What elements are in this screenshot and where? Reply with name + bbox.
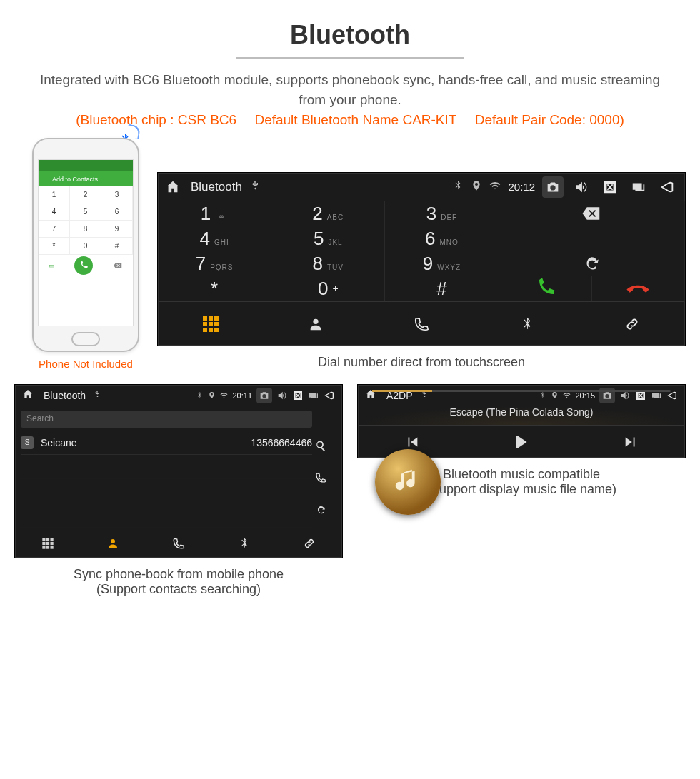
key-hash[interactable]: # xyxy=(385,276,499,301)
phone-note: Phone Not Included xyxy=(14,358,157,370)
key-2[interactable]: 2ABC xyxy=(271,201,385,226)
gps-icon xyxy=(208,391,216,399)
key-8[interactable]: 8TUV xyxy=(271,251,385,276)
placeholder xyxy=(499,226,685,251)
spec-name: Default Bluetooth Name CAR-KIT xyxy=(254,112,456,127)
key-1[interactable]: 1 xyxy=(158,201,271,226)
spec-line: (Bluetooth chip : CSR BC6 Default Blueto… xyxy=(0,112,700,128)
recent-apps-button[interactable] xyxy=(308,390,319,401)
intro-text: Integrated with BC6 Bluetooth module, su… xyxy=(0,70,700,109)
wifi-icon xyxy=(563,391,571,399)
contact-name: Seicane xyxy=(41,437,244,448)
tab-bluetooth[interactable] xyxy=(211,528,277,558)
app-title: Bluetooth xyxy=(44,390,86,401)
contact-badge: S xyxy=(21,436,34,449)
key-star[interactable]: * xyxy=(158,276,271,301)
clock: 20:12 xyxy=(508,181,535,193)
spec-chip: (Bluetooth chip : CSR BC6 xyxy=(76,112,236,127)
back-button[interactable] xyxy=(656,176,678,198)
app-title: Bluetooth xyxy=(191,180,242,194)
redial-button[interactable] xyxy=(499,251,685,276)
sync-icon[interactable] xyxy=(315,504,338,518)
bt-status-icon xyxy=(196,391,204,399)
album-art xyxy=(375,449,441,515)
contact-row-empty xyxy=(21,503,312,528)
gps-icon xyxy=(471,180,482,194)
key-7[interactable]: 7PQRS xyxy=(158,251,271,276)
divider xyxy=(236,57,464,59)
call-icon[interactable] xyxy=(315,472,338,486)
tab-keypad[interactable] xyxy=(15,528,81,558)
phone-mock: ＋Add to Contacts 1 2 3 4 5 6 7 8 9 * 0 # xyxy=(14,138,157,370)
tab-keypad[interactable] xyxy=(158,302,264,346)
usb-icon xyxy=(249,180,261,194)
search-input[interactable]: Search xyxy=(21,411,312,428)
key-9[interactable]: 9WXYZ xyxy=(385,251,499,276)
key-6[interactable]: 6MNO xyxy=(385,226,499,251)
keypad-icon xyxy=(42,538,53,548)
play-pause-button[interactable] xyxy=(467,426,576,458)
bt-status-icon xyxy=(539,391,546,399)
gps-icon xyxy=(551,391,559,399)
key-3[interactable]: 3DEF xyxy=(385,201,499,226)
contacts-caption: Sync phone-book from mobile phone (Suppo… xyxy=(14,567,343,597)
clock: 20:11 xyxy=(232,391,252,400)
keypad-icon xyxy=(203,316,219,332)
tab-history[interactable] xyxy=(146,528,211,558)
wifi-icon xyxy=(220,391,228,399)
tab-pair[interactable] xyxy=(276,528,342,558)
tab-bluetooth[interactable] xyxy=(474,302,580,346)
back-button[interactable] xyxy=(324,390,335,401)
home-icon[interactable] xyxy=(22,388,34,402)
bottom-tabs xyxy=(158,301,685,346)
bt-status-icon xyxy=(452,180,464,194)
tab-pair[interactable] xyxy=(579,302,685,346)
close-button[interactable] xyxy=(292,390,304,401)
search-icon[interactable] xyxy=(315,440,338,454)
key-0[interactable]: 0+ xyxy=(271,276,385,301)
contact-number: 13566664466 xyxy=(251,437,312,448)
clock: 20:15 xyxy=(575,391,595,400)
screenshot-button[interactable] xyxy=(542,176,564,198)
page-title: Bluetooth xyxy=(0,20,700,50)
dialer-unit: Bluetooth 20:12 1 2ABC xyxy=(157,172,686,346)
music-unit: A2DP 20:15 Escape (The Pina Colada Song) xyxy=(357,384,686,458)
wifi-icon xyxy=(489,180,501,194)
contact-row[interactable]: S Seicane 13566664466 xyxy=(21,431,312,455)
volume-button[interactable] xyxy=(571,176,592,198)
progress-bar[interactable] xyxy=(372,390,671,392)
call-button[interactable] xyxy=(499,276,592,301)
usb-icon xyxy=(93,390,101,401)
home-icon[interactable] xyxy=(165,179,181,195)
dialer-caption: Dial number direct from touchscreen xyxy=(157,355,686,370)
key-4[interactable]: 4GHI xyxy=(158,226,271,251)
contact-row-empty xyxy=(21,455,312,479)
add-to-contacts: ＋Add to Contacts xyxy=(39,171,133,186)
recent-apps-button[interactable] xyxy=(628,176,649,198)
dialer-keypad: 1 2ABC 3DEF 4GHI 5JKL 6MNO 7PQRS 8TUV 9W… xyxy=(158,201,685,301)
spec-pair: Default Pair Code: 0000) xyxy=(475,112,624,127)
next-button[interactable] xyxy=(576,426,685,458)
track-title: Escape (The Pina Colada Song) xyxy=(450,406,594,418)
backspace-button[interactable] xyxy=(499,201,685,226)
screenshot-button[interactable] xyxy=(256,388,272,403)
key-5[interactable]: 5JKL xyxy=(271,226,385,251)
hangup-button[interactable] xyxy=(592,276,685,301)
volume-button[interactable] xyxy=(276,390,288,401)
tab-history[interactable] xyxy=(369,302,474,346)
tab-contacts[interactable] xyxy=(264,302,369,346)
contacts-unit: Bluetooth 20:11 Search S xyxy=(14,384,343,558)
contact-row-empty xyxy=(21,479,312,503)
close-button[interactable] xyxy=(599,176,621,198)
tab-contacts[interactable] xyxy=(81,528,146,558)
